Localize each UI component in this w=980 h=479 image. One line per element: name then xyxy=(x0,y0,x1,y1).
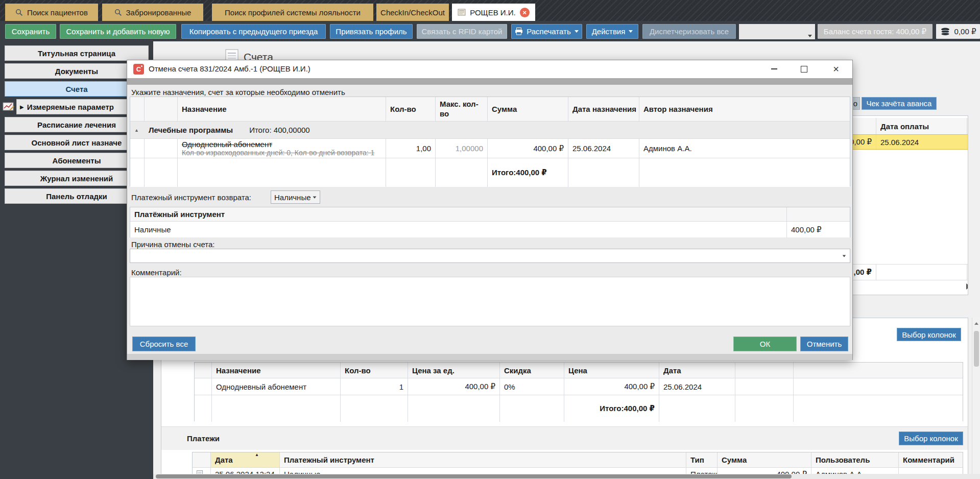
header-cell-name[interactable]: Назначение xyxy=(178,97,386,121)
item-discount: 0% xyxy=(504,382,515,391)
tab-checkin-checkout[interactable]: CheckIn/CheckOut xyxy=(376,4,449,21)
header-cell-pay-date[interactable]: Дата оплаты xyxy=(876,118,967,134)
header-cell-instrument[interactable]: Платежный инструмент xyxy=(280,452,686,467)
cash-total-button[interactable]: 0,00 ₽ xyxy=(936,24,980,39)
save-and-add-button[interactable]: Сохранить и добавить новую xyxy=(60,24,176,39)
cell-empty xyxy=(735,378,794,395)
column-label: Цена за ед. xyxy=(412,366,455,375)
scrollbar-thumb[interactable] xyxy=(974,331,979,367)
print-button[interactable]: Распечатать xyxy=(511,24,582,39)
chevron-down-icon xyxy=(575,30,579,33)
button-label: Сохранить и добавить новую xyxy=(66,27,170,36)
header-cell-date-sorted[interactable]: Дата ▲ xyxy=(211,452,280,467)
item-qty: 1 xyxy=(399,382,403,391)
close-icon[interactable]: × xyxy=(830,63,842,75)
header-cell-date[interactable]: Дата назначения xyxy=(568,97,639,121)
advance-offset-check-button[interactable]: Чек зачёта аванса xyxy=(862,97,937,110)
column-label: Платёжный инструмент xyxy=(134,210,225,219)
sidebar-item-title-page[interactable]: Титульная страница xyxy=(5,45,149,61)
dialog-prompt: Укажите назначения, счет за которые необ… xyxy=(131,88,345,97)
tab-booked[interactable]: Забронированные xyxy=(102,4,203,21)
instrument-row[interactable]: Наличные 400,00 ₽ xyxy=(130,222,850,237)
invoice-item-row[interactable]: Однодневный абонемент 1 400,00 ₽ 0% 400,… xyxy=(195,378,963,395)
actions-button[interactable]: Действия xyxy=(586,24,638,39)
tab-patient-search[interactable]: Поиск пациентов xyxy=(5,4,98,21)
triangle-right-icon: ▶ xyxy=(20,104,24,110)
bind-profile-button[interactable]: Привязать профиль xyxy=(330,24,413,39)
header-cell-type[interactable]: Тип xyxy=(686,452,718,467)
sort-ascending-icon: ▲ xyxy=(255,452,259,457)
comment-textarea[interactable] xyxy=(130,277,850,326)
cell-checkbox[interactable] xyxy=(145,139,178,158)
button-label: Распечатать xyxy=(527,27,571,36)
cell-empty xyxy=(130,158,145,187)
cell-qty: 1,00 xyxy=(386,139,436,158)
copy-previous-visit-button[interactable]: Копировать с предыдущего приезда xyxy=(181,24,326,39)
sidebar-item-label: Счета xyxy=(65,85,87,93)
header-cell-name[interactable]: Назначение xyxy=(212,363,341,378)
horizontal-scrollbar[interactable] xyxy=(153,474,980,479)
header-cell-qty[interactable]: Кол-во xyxy=(386,97,436,121)
tab-patient-roshchev[interactable]: РОЩЕВ И.И. × xyxy=(452,4,535,21)
maximize-icon[interactable] xyxy=(798,63,810,75)
close-icon[interactable]: × xyxy=(520,8,530,17)
cell-discount: 0% xyxy=(500,378,564,395)
table-header-row: Платёжный инструмент xyxy=(130,207,850,222)
save-button[interactable]: Сохранить xyxy=(5,24,56,39)
header-cell-user[interactable]: Пользователь xyxy=(811,452,899,467)
header-cell-sum[interactable]: Сумма xyxy=(488,97,568,121)
sidebar-item-label: Титульная страница xyxy=(38,49,115,58)
cancel-button[interactable]: Отменить xyxy=(800,337,848,351)
column-label: Платежный инструмент xyxy=(284,456,374,464)
cell-empty xyxy=(568,158,639,187)
cell-empty xyxy=(130,139,145,158)
chevron-down-icon xyxy=(843,255,846,257)
prescriptions-table: Назначение Кол-во Макс. кол-во Сумма Дат… xyxy=(130,97,850,186)
tab-loyalty-profiles[interactable]: Поиск профилей системы лояльности xyxy=(212,4,373,21)
header-cell-author[interactable]: С xyxy=(967,118,968,134)
tab-label: Поиск профилей системы лояльности xyxy=(225,8,361,17)
prescription-row[interactable]: Однодневный абонемент Кол-во израсходова… xyxy=(130,139,850,158)
header-cell-date[interactable]: Дата xyxy=(659,363,735,378)
header-cell-instrument[interactable]: Платёжный инструмент xyxy=(130,207,787,221)
header-cell-empty xyxy=(195,363,212,378)
triangle-up-icon[interactable]: ▲ xyxy=(130,122,145,138)
item-unit-price: 400,00 ₽ xyxy=(465,382,495,391)
column-chooser-button[interactable]: Выбор колонок xyxy=(899,432,963,445)
arrow-right-icon[interactable] xyxy=(966,283,968,290)
header-cell-max-qty[interactable]: Макс. кол-во xyxy=(436,97,488,121)
tab-label: РОЩЕВ И.И. xyxy=(470,8,515,17)
column-chooser-button[interactable]: Выбор колонок xyxy=(897,328,961,341)
column-label: Комментарий xyxy=(903,456,954,464)
reset-all-button[interactable]: Сбросить все xyxy=(132,337,196,351)
sidebar-item-label: Измеряемые параметр xyxy=(27,103,114,111)
header-cell-qty[interactable]: Кол-во xyxy=(341,363,408,378)
header-cell-discount[interactable]: Скидка xyxy=(500,363,564,378)
column-label: Тип xyxy=(690,456,704,464)
button-label: Копировать с предыдущего приезда xyxy=(189,27,318,36)
ok-button[interactable]: ОК xyxy=(733,337,797,351)
chevron-up-icon[interactable] xyxy=(974,322,978,325)
header-cell-price[interactable]: Цена xyxy=(564,363,659,378)
sidebar-item-label: Журнал изменений xyxy=(40,174,113,183)
header-cell-sum[interactable]: Сумма xyxy=(718,452,811,467)
column-label: Дата xyxy=(215,456,233,464)
minimize-icon[interactable] xyxy=(768,63,780,75)
dialog-title-bar[interactable]: С Отмена счета 831/2024 Амб.-1 (РОЩЕВ И.… xyxy=(127,60,852,78)
cell-empty xyxy=(659,395,735,422)
refund-instrument-select[interactable]: Наличные xyxy=(271,190,320,204)
chevron-down-icon[interactable] xyxy=(808,35,812,37)
vertical-scrollbar[interactable] xyxy=(972,318,980,479)
group-row-treatment-programs[interactable]: ▲ Лечебные программы Итого: 400,00000 xyxy=(130,122,850,139)
column-label: Сумма xyxy=(492,105,517,113)
cell-empty xyxy=(735,395,794,422)
header-cell-unit-price[interactable]: Цена за ед. xyxy=(408,363,500,378)
scrollbar-thumb[interactable] xyxy=(156,474,792,478)
cancel-reason-combobox[interactable] xyxy=(130,249,850,263)
header-cell-author[interactable]: Автор назначения xyxy=(639,97,850,121)
prescription-name: Однодневный абонемент xyxy=(182,140,272,149)
sidebar-item-label: Абонементы xyxy=(53,156,101,165)
button-label: Связать с RFID картой xyxy=(422,27,503,36)
cell-empty xyxy=(436,158,488,187)
header-cell-comment[interactable]: Комментарий xyxy=(899,452,963,467)
